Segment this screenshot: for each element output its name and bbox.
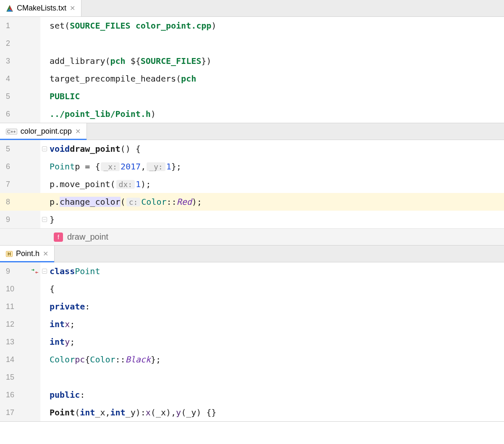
gutter-line-number[interactable]: 12 xyxy=(0,315,40,333)
gutter-line-number[interactable]: 9 xyxy=(0,211,40,228)
code-line[interactable]: 10{ xyxy=(0,280,504,298)
close-icon[interactable]: ✕ xyxy=(43,250,48,258)
fold-column[interactable] xyxy=(40,298,49,315)
code-content[interactable] xyxy=(49,368,504,386)
fold-column[interactable] xyxy=(40,386,49,404)
gutter-line-number[interactable]: 3 xyxy=(0,52,40,70)
fold-column[interactable] xyxy=(40,158,49,175)
gutter-line-number[interactable]: 13 xyxy=(0,333,40,351)
code-content[interactable]: void draw_point() { xyxy=(49,140,504,158)
editor-pane-cpp: C++ color_point.cpp ✕ 5void draw_point()… xyxy=(0,123,504,246)
fold-open-icon[interactable] xyxy=(42,269,47,274)
code-line[interactable]: 12 int x; xyxy=(0,315,504,333)
gutter-line-number[interactable]: 2 xyxy=(0,34,40,52)
fold-column[interactable] xyxy=(40,105,49,123)
code-line[interactable]: 14 Color pc{Color::Black}; xyxy=(0,351,504,368)
gutter-line-number[interactable]: 10 xyxy=(0,280,40,298)
fold-open-icon[interactable] xyxy=(42,146,47,151)
tab-point-h[interactable]: H Point.h ✕ xyxy=(0,246,55,262)
code-line[interactable]: 9class Point xyxy=(0,262,504,280)
code-line[interactable]: 17 Point(int _x, int _y): x(_x), y(_y) {… xyxy=(0,404,504,421)
code-content[interactable]: set(SOURCE_FILES color_point.cpp) xyxy=(49,17,504,34)
gutter-line-number[interactable]: 11 xyxy=(0,298,40,315)
code-content[interactable]: Point p = { _x: 2017, _y: 1}; xyxy=(49,158,504,175)
code-content[interactable]: target_precompile_headers(pch xyxy=(49,70,504,87)
code-line[interactable]: 9} xyxy=(0,211,504,228)
gutter-line-number[interactable]: 5 xyxy=(0,140,40,158)
gutter-line-number[interactable]: 5 xyxy=(0,87,40,105)
code-line[interactable]: 15 xyxy=(0,368,504,386)
code-content[interactable]: ../point_lib/Point.h) xyxy=(49,105,504,123)
fold-column[interactable] xyxy=(40,280,49,298)
gutter-line-number[interactable]: 6 xyxy=(0,105,40,123)
code-line[interactable]: 4target_precompile_headers(pch xyxy=(0,70,504,87)
fold-column[interactable] xyxy=(40,34,49,52)
code-content[interactable]: p.move_point( dx: 1); xyxy=(49,175,504,193)
editor-pane-cmake: CMakeLists.txt ✕ 1set(SOURCE_FILES color… xyxy=(0,0,504,123)
code-line[interactable]: 3add_library(pch ${SOURCE_FILES}) xyxy=(0,52,504,70)
gutter-line-number[interactable]: 1 xyxy=(0,17,40,34)
code-editor[interactable]: 5void draw_point() {6 Point p = { _x: 20… xyxy=(0,140,504,228)
tab-color-point[interactable]: C++ color_point.cpp ✕ xyxy=(0,123,87,140)
gutter-line-number[interactable]: 15 xyxy=(0,368,40,386)
code-content[interactable]: PUBLIC xyxy=(49,87,504,105)
tabbar: CMakeLists.txt ✕ xyxy=(0,0,504,17)
code-line[interactable]: 13 int y; xyxy=(0,333,504,351)
fold-column[interactable] xyxy=(40,211,49,228)
gutter-line-number[interactable]: 7 xyxy=(0,175,40,193)
fold-column[interactable] xyxy=(40,140,49,158)
code-content[interactable]: { xyxy=(49,280,504,298)
code-line[interactable]: 5void draw_point() { xyxy=(0,140,504,158)
code-line[interactable]: 11private: xyxy=(0,298,504,315)
code-line[interactable]: 16public: xyxy=(0,386,504,404)
code-line[interactable]: 8 p.change_color( c: Color::Red); xyxy=(0,193,504,211)
fold-column[interactable] xyxy=(40,175,49,193)
fold-column[interactable] xyxy=(40,87,49,105)
vcs-changed-icon xyxy=(31,268,39,274)
code-content[interactable]: int y; xyxy=(49,333,504,351)
gutter-line-number[interactable]: 14 xyxy=(0,351,40,368)
code-line[interactable]: 5 PUBLIC xyxy=(0,87,504,105)
code-content[interactable]: class Point xyxy=(49,262,504,280)
close-icon[interactable]: ✕ xyxy=(75,127,81,135)
fold-column[interactable] xyxy=(40,262,49,280)
code-line[interactable]: 6 ../point_lib/Point.h) xyxy=(0,105,504,123)
code-content[interactable]: Color pc{Color::Black}; xyxy=(49,351,504,368)
gutter-line-number[interactable]: 4 xyxy=(0,70,40,87)
fold-column[interactable] xyxy=(40,315,49,333)
breadcrumb[interactable]: f draw_point xyxy=(0,228,504,245)
fold-column[interactable] xyxy=(40,193,49,211)
code-content[interactable]: public: xyxy=(49,386,504,404)
tabbar: H Point.h ✕ xyxy=(0,246,504,262)
code-content[interactable]: Point(int _x, int _y): x(_x), y(_y) {} xyxy=(49,404,504,421)
fold-column[interactable] xyxy=(40,52,49,70)
gutter-line-number[interactable]: 17 xyxy=(0,404,40,421)
tab-cmakelists[interactable]: CMakeLists.txt ✕ xyxy=(0,0,81,16)
code-content[interactable]: add_library(pch ${SOURCE_FILES}) xyxy=(49,52,504,70)
code-content[interactable]: int x; xyxy=(49,315,504,333)
fold-column[interactable] xyxy=(40,17,49,34)
code-line[interactable]: 7 p.move_point( dx: 1); xyxy=(0,175,504,193)
fold-close-icon[interactable] xyxy=(42,217,47,222)
fold-column[interactable] xyxy=(40,404,49,421)
fold-column[interactable] xyxy=(40,351,49,368)
code-content[interactable] xyxy=(49,34,504,52)
code-content[interactable]: } xyxy=(49,211,504,228)
function-icon: f xyxy=(54,233,63,242)
code-line[interactable]: 6 Point p = { _x: 2017, _y: 1}; xyxy=(0,158,504,175)
code-line[interactable]: 1set(SOURCE_FILES color_point.cpp) xyxy=(0,17,504,34)
gutter-line-number[interactable]: 8 xyxy=(0,193,40,211)
fold-column[interactable] xyxy=(40,70,49,87)
fold-column[interactable] xyxy=(40,368,49,386)
close-icon[interactable]: ✕ xyxy=(70,4,75,12)
code-content[interactable]: p.change_color( c: Color::Red); xyxy=(49,193,504,211)
code-editor[interactable]: 1set(SOURCE_FILES color_point.cpp)23add_… xyxy=(0,17,504,123)
tab-label: color_point.cpp xyxy=(21,127,72,136)
fold-column[interactable] xyxy=(40,333,49,351)
gutter-line-number[interactable]: 9 xyxy=(0,262,40,280)
gutter-line-number[interactable]: 6 xyxy=(0,158,40,175)
code-editor[interactable]: 9class Point10{11private:12 int x;13 int… xyxy=(0,262,504,421)
code-content[interactable]: private: xyxy=(49,298,504,315)
code-line[interactable]: 2 xyxy=(0,34,504,52)
gutter-line-number[interactable]: 16 xyxy=(0,386,40,404)
